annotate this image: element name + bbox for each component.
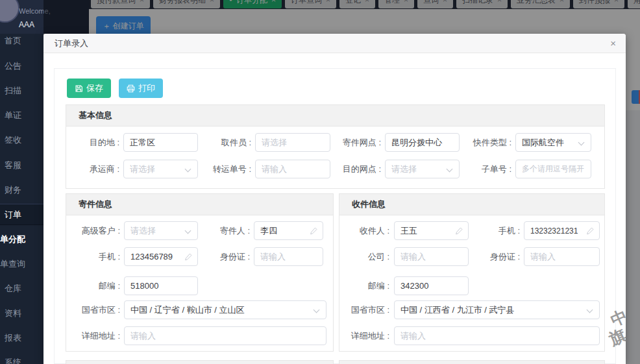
edit-icon (310, 226, 318, 235)
save-button-label: 保存 (86, 82, 103, 94)
basic-info-title: 基本信息 (66, 105, 604, 126)
express-type-label: 快件类型 : (448, 133, 511, 152)
recipient-name-label: 收件人 : (339, 221, 389, 240)
recipient-region-label: 国省市区 : (339, 300, 389, 319)
sender-address-input[interactable]: 请输入 (124, 326, 326, 345)
sidebar-item-order-query[interactable]: 单查询 (0, 258, 25, 270)
modal-header: 订单录入 × (43, 34, 626, 53)
recipient-info-header: 收件信息 (339, 194, 604, 215)
recipient-region-value: 中国 / 江西省 / 九江市 / 武宁县 (400, 304, 515, 316)
dest-branch-label: 目的网点 : (318, 160, 381, 178)
edit-icon (455, 226, 463, 235)
sender-info-title: 寄件信息 (66, 194, 333, 215)
recipient-name-value: 王五 (400, 225, 417, 237)
save-icon (75, 84, 83, 93)
sidebar-item-system[interactable]: 系统 (5, 357, 21, 364)
recipient-id-input[interactable]: 请输入 (524, 247, 600, 266)
recipient-zip-value: 342300 (400, 281, 428, 291)
sender-region-select[interactable]: 中国 / 辽宁省 / 鞍山市 / 立山区 (124, 300, 326, 319)
recipient-region-select[interactable]: 中国 / 江西省 / 九江市 / 武宁县 (394, 300, 600, 319)
recipient-address-input[interactable]: 请输入 (394, 326, 600, 345)
sidebar-item-documents[interactable]: 单证 (5, 110, 21, 121)
sender-region-value: 中国 / 辽宁省 / 鞍山市 / 立山区 (130, 304, 245, 316)
sidebar-item-finance[interactable]: 财务 (5, 184, 21, 196)
edit-icon (586, 226, 595, 235)
transfer-no-label: 转运单号 : (188, 160, 251, 178)
save-button[interactable]: 保存 (67, 79, 111, 98)
next-section-right-stub (339, 360, 605, 364)
sender-zip-value: 518000 (130, 281, 158, 291)
recipient-company-input[interactable]: 请输入 (394, 247, 469, 266)
carrier-placeholder: 请选择 (130, 164, 155, 175)
recipient-name-input[interactable]: 王五 (394, 221, 469, 240)
sidebar-item-sign[interactable]: 签收 (5, 134, 21, 146)
sender-info-header: 寄件信息 (66, 194, 333, 215)
sidebar-item-home[interactable]: 首页 (5, 35, 21, 47)
express-type-value: 国际航空件 (522, 137, 564, 149)
sidebar-item-data[interactable]: 资料 (5, 308, 21, 319)
recipient-id-placeholder: 请输入 (530, 251, 556, 263)
sender-id-label: 身份证 : (186, 247, 250, 266)
sender-id-placeholder: 请输入 (260, 251, 286, 263)
destination-value: 正常区 (130, 137, 155, 149)
dest-branch-placeholder: 请选择 (391, 164, 417, 175)
basic-info-header: 基本信息 (66, 105, 604, 127)
transfer-no-placeholder: 请输入 (262, 164, 287, 175)
recipient-company-label: 公司 : (339, 247, 389, 266)
express-type-select[interactable]: 国际航空件 (515, 133, 591, 152)
recipient-phone-input[interactable]: 13232321231 (524, 221, 600, 240)
send-branch-label: 寄件网点 : (318, 133, 381, 152)
sidebar-item-service[interactable]: 客服 (5, 160, 21, 171)
sender-name-label: 寄件人 : (186, 221, 250, 240)
sidebar-item-order-assign[interactable]: 单分配 (0, 234, 25, 245)
sub-no-label: 子单号 : (448, 160, 511, 178)
order-entry-modal: 订单录入 × 保存 打印 基本信息 目的地 : 正常区 取件员 : 请选择 寄件… (43, 34, 626, 364)
recipient-zip-input[interactable]: 342300 (394, 276, 469, 295)
carrier-select[interactable]: 请选择 (123, 160, 198, 178)
sidebar-item-report[interactable]: 报表 (5, 332, 21, 344)
modal-title: 订单录入 (55, 34, 88, 53)
print-button-label: 打印 (138, 82, 155, 94)
recipient-info-section: 收件信息 收件人 : 王五 手机 : 13232321231 公司 : 请输入 … (339, 193, 605, 352)
recipient-phone-label: 手机 : (473, 221, 520, 240)
sender-region-label: 国省市区 : (68, 300, 120, 319)
print-button[interactable]: 打印 (119, 79, 163, 98)
recipient-company-placeholder: 请输入 (400, 251, 426, 263)
sender-id-input[interactable]: 请输入 (254, 247, 323, 266)
sidebar-item-warehouse[interactable]: 仓库 (5, 283, 21, 295)
sender-name-input[interactable]: 李四 (254, 221, 323, 240)
sender-address-placeholder: 请输入 (130, 330, 156, 342)
next-section-left-stub (66, 360, 334, 364)
sender-name-value: 李四 (260, 225, 277, 237)
sidebar-item-notice[interactable]: 公告 (5, 60, 21, 72)
recipient-address-label: 详细地址 : (339, 326, 389, 345)
recipient-info-title: 收件信息 (339, 194, 604, 215)
picker-label: 取件员 : (188, 133, 251, 152)
sidebar: 首页 公告 扫描 单证 签收 客服 财务 订单 单分配 单查询 仓库 资料 报表… (0, 34, 43, 364)
sender-info-section: 寄件信息 高级客户 : 请选择 寄件人 : 李四 手机 : 123456789 … (66, 193, 334, 352)
avatar[interactable] (0, 0, 19, 23)
sidebar-item-scan[interactable]: 扫描 (5, 85, 21, 97)
recipient-phone-value: 13232321231 (530, 226, 578, 236)
sender-zip-input[interactable]: 518000 (124, 276, 198, 295)
carrier-label: 承运商 : (70, 160, 119, 178)
sender-address-label: 详细地址 : (68, 326, 120, 345)
recipient-address-placeholder: 请输入 (400, 330, 426, 342)
print-icon (127, 84, 135, 93)
picker-placeholder: 请选择 (262, 137, 287, 149)
basic-info-section: 基本信息 目的地 : 正常区 取件员 : 请选择 寄件网点 : 昆明分拨中心 快… (66, 104, 605, 189)
send-branch-value: 昆明分拨中心 (391, 137, 442, 149)
sidebar-item-order[interactable]: 订单 (5, 209, 21, 221)
sender-phone-value: 123456789 (130, 252, 173, 261)
close-icon[interactable]: × (610, 34, 616, 53)
chevron-down-icon (578, 140, 585, 146)
sub-no-placeholder: 多个请用逗号隔开 (522, 164, 584, 175)
chevron-down-icon (314, 307, 320, 313)
sub-no-input[interactable]: 多个请用逗号隔开 (515, 160, 591, 178)
chevron-down-icon (587, 307, 593, 313)
recipient-zip-label: 邮编 : (339, 276, 389, 295)
username-text: AAA (19, 20, 34, 29)
recipient-id-label: 身份证 : (473, 247, 520, 266)
destination-input[interactable]: 正常区 (123, 133, 198, 152)
destination-label: 目的地 : (70, 133, 119, 152)
